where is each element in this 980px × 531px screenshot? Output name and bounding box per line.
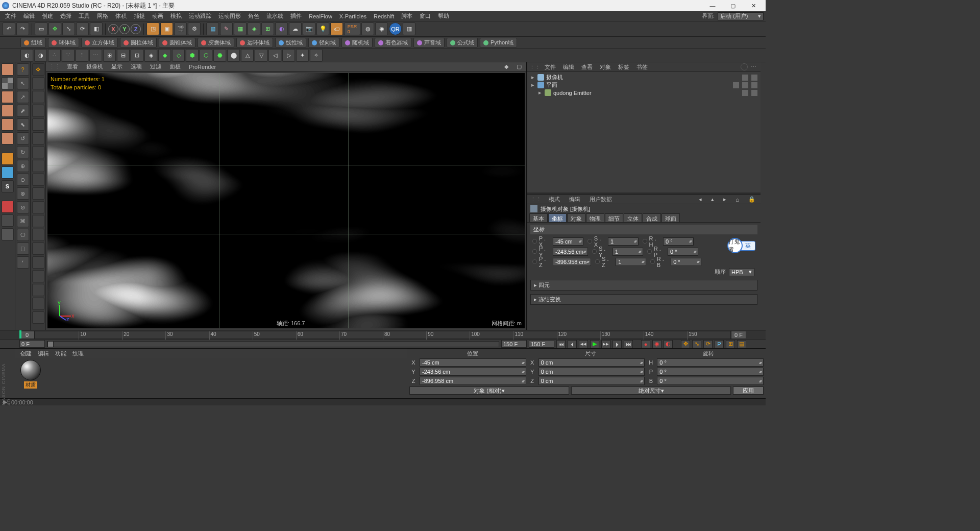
extra-tool-3[interactable]: ∵: [62, 49, 75, 62]
close-button[interactable]: ✕: [743, 0, 764, 11]
extra-tool-12[interactable]: ⬢: [186, 49, 199, 62]
snap-option-4[interactable]: [32, 132, 44, 144]
menu-item-捕捉[interactable]: 捕捉: [131, 11, 148, 21]
render-settings-button[interactable]: ⚙: [188, 22, 201, 35]
timeline-ruler-track[interactable]: 102030405060708090100110120130140150: [35, 331, 731, 339]
object-row-qudong Emitter[interactable]: ▸qudong Emitter: [530, 89, 757, 96]
palette-tool-1[interactable]: ↖: [17, 77, 29, 89]
palette-tool-14[interactable]: ⎖: [17, 256, 29, 269]
extra-tool-4[interactable]: ⋮: [76, 49, 88, 62]
attr-tab-坐标[interactable]: 坐标: [548, 213, 567, 222]
field-pill-Python域[interactable]: Python域: [480, 38, 517, 47]
sz-input[interactable]: 1▴▾: [616, 258, 646, 266]
menu-item-模拟[interactable]: 模拟: [167, 11, 185, 21]
field-pill-线性域[interactable]: 线性域: [275, 38, 306, 47]
tag-button[interactable]: 🏷: [330, 22, 343, 35]
material-menu-创建[interactable]: 创建: [20, 350, 32, 357]
attr-tab-细节[interactable]: 细节: [605, 213, 623, 222]
field-pill-着色器域[interactable]: 着色器域: [375, 38, 411, 47]
palette-tool-0[interactable]: ?: [17, 63, 29, 76]
cm-size-Y[interactable]: 0 cm▴▾: [538, 368, 645, 376]
tree-disclosure-icon[interactable]: ▸: [530, 82, 535, 88]
objmgr-menu-编辑[interactable]: 编辑: [560, 62, 577, 72]
menu-item-RealFlow[interactable]: RealFlow: [306, 12, 335, 20]
extra-tool-2[interactable]: ∴: [48, 49, 61, 62]
x-axis-toggle[interactable]: X: [108, 24, 118, 34]
material-list[interactable]: 材质: [15, 358, 407, 398]
extra-tool-21[interactable]: ✧: [310, 49, 323, 62]
extra-tool-14[interactable]: ⬣: [213, 49, 226, 62]
snap-option-5[interactable]: [32, 146, 44, 158]
object-tag-icon[interactable]: [751, 75, 757, 81]
poly-mode-icon[interactable]: [2, 118, 14, 131]
camera-button[interactable]: 📷: [303, 22, 315, 35]
object-tag-icon[interactable]: [751, 82, 757, 88]
tree-disclosure-icon[interactable]: ▸: [537, 89, 543, 96]
menu-item-X-Particles[interactable]: X-Particles: [336, 12, 370, 20]
snap-option-2[interactable]: [32, 105, 44, 117]
attr-tab-合成[interactable]: 合成: [643, 213, 661, 222]
render-picture-button[interactable]: 🎬: [174, 22, 187, 35]
palette-tool-13[interactable]: ⎕: [17, 243, 29, 255]
palette-tool-11[interactable]: ⌘: [17, 215, 29, 227]
sy-input[interactable]: 1▴▾: [612, 248, 643, 256]
undo-button[interactable]: ↶: [3, 22, 15, 35]
model-mode-icon[interactable]: [2, 63, 14, 76]
key-pos-button[interactable]: ✥: [681, 340, 690, 348]
snap-option-13[interactable]: [32, 256, 44, 269]
field-pill-立方体域[interactable]: 立方体域: [81, 38, 118, 47]
range-slider[interactable]: [47, 341, 499, 347]
subdivision-button[interactable]: ◈: [248, 22, 260, 35]
qr-help-button[interactable]: QR: [389, 22, 402, 35]
collapse-freeze[interactable]: ▸ 冻结变换: [530, 294, 757, 305]
menu-item-选择[interactable]: 选择: [57, 11, 75, 21]
menu-item-运动跟踪[interactable]: 运动跟踪: [186, 11, 214, 21]
key-param-button[interactable]: P: [715, 340, 724, 348]
am-back-icon[interactable]: ◂: [697, 196, 704, 203]
menu-item-创建[interactable]: 创建: [39, 11, 56, 21]
workplane-mode-icon[interactable]: [2, 91, 14, 103]
object-tag-icon[interactable]: [733, 82, 739, 88]
rh-input[interactable]: 0 °▴▾: [663, 237, 694, 246]
cm-size-X[interactable]: 0 cm▴▾: [538, 358, 645, 367]
total-end-field[interactable]: 150 F: [529, 340, 554, 348]
snap-option-11[interactable]: [32, 229, 44, 241]
texture-mode-icon[interactable]: [2, 77, 14, 89]
menu-item-窗口[interactable]: 窗口: [416, 11, 434, 21]
field-pill-径向域[interactable]: 径向域: [308, 38, 339, 47]
extra-tool-8[interactable]: ⊡: [131, 49, 143, 62]
field-pill-声音域[interactable]: 声音域: [413, 38, 445, 47]
snap-option-1[interactable]: [32, 91, 44, 103]
size-mode-dropdown[interactable]: 绝对尺寸 ▾: [571, 387, 731, 395]
field-pill-球体域[interactable]: 球体域: [48, 38, 79, 47]
apply-button[interactable]: 应用: [733, 387, 764, 395]
dopesheet-button[interactable]: ▤: [737, 340, 746, 348]
menu-item-脚本[interactable]: 脚本: [398, 11, 415, 21]
object-tag-icon[interactable]: [742, 90, 748, 96]
palette-tool-10[interactable]: ⊘: [17, 201, 29, 213]
palette-tool-9[interactable]: ⊗: [17, 187, 29, 200]
last-tool-button[interactable]: ◧: [90, 22, 103, 35]
cm-rot-B[interactable]: 0 °▴▾: [657, 377, 764, 385]
extra-tool-15[interactable]: ⬤: [227, 49, 240, 62]
field-pill-远环体域[interactable]: 远环体域: [236, 38, 273, 47]
viewport-grip-icon[interactable]: ⋮⋮: [49, 63, 60, 70]
material-menu-纹理[interactable]: 纹理: [72, 350, 84, 357]
perspective-viewport[interactable]: Number of emitters: 1 Total live particl…: [47, 73, 525, 328]
field-pill-圆柱体域[interactable]: 圆柱体域: [120, 38, 157, 47]
field-button[interactable]: ◉: [375, 22, 388, 35]
environment-button[interactable]: ☁: [289, 22, 302, 35]
rb-input[interactable]: 0 °▴▾: [671, 258, 701, 266]
snap-option-0[interactable]: [32, 77, 44, 89]
palette-tool-8[interactable]: ⊖: [17, 174, 29, 186]
key-pla-button[interactable]: ⊞: [726, 340, 735, 348]
snap-option-7[interactable]: [32, 174, 44, 186]
cm-pos-X[interactable]: -45 cm▴▾: [420, 358, 526, 367]
palette-tool-5[interactable]: ↺: [17, 132, 29, 144]
cm-size-Z[interactable]: 0 cm▴▾: [538, 377, 645, 385]
cm-rot-P[interactable]: 0 °▴▾: [657, 368, 764, 376]
material-menu-功能[interactable]: 功能: [55, 350, 66, 357]
extra-tool-5[interactable]: ⋯: [89, 49, 102, 62]
viewport-menu-面板[interactable]: 面板: [168, 62, 182, 71]
field-pill-胶囊体域[interactable]: 胶囊体域: [198, 38, 234, 47]
